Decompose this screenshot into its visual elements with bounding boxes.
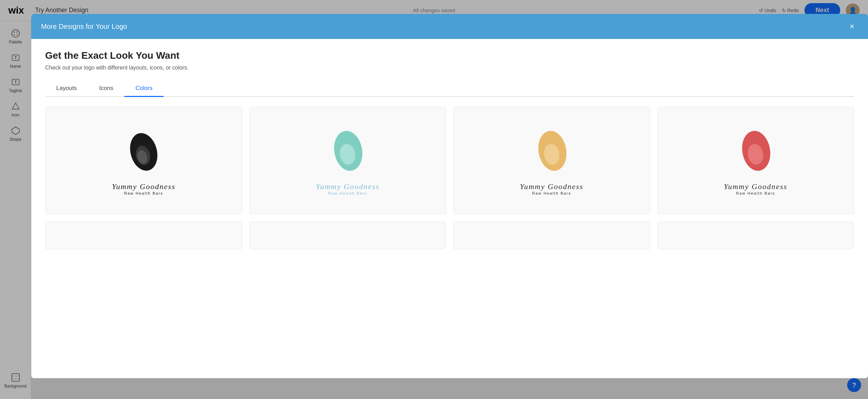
modal-main-title: Get the Exact Look You Want (45, 50, 854, 61)
brand-tagline-2: Raw Health Bars (316, 191, 379, 195)
logo-icon-3 (531, 126, 573, 178)
logo-icon-1 (123, 126, 165, 178)
brand-name-1: Yummy Goodness (112, 182, 175, 191)
logo-card-4[interactable]: Yummy Goodness Raw Health Bars (657, 107, 854, 214)
brand-tagline-3: Raw Health Bars (520, 191, 583, 195)
logo-card-2-inner: Yummy Goodness Raw Health Bars (250, 107, 446, 214)
brand-tagline-1: Raw Health Bars (112, 191, 175, 195)
brand-tagline-4: Raw Health Bars (724, 191, 787, 195)
logo-text-3: Yummy Goodness Raw Health Bars (520, 182, 583, 195)
tabs-container: Layouts Icons Colors (45, 81, 854, 97)
logo-card-4-inner: Yummy Goodness Raw Health Bars (658, 107, 854, 214)
modal-body: Get the Exact Look You Want Check out yo… (31, 39, 868, 378)
tab-colors[interactable]: Colors (124, 81, 164, 97)
logo-grid: Yummy Goodness Raw Health Bars Yummy Goo… (45, 107, 854, 249)
modal-header-title: More Designs for Your Logo (41, 23, 127, 31)
brand-name-3: Yummy Goodness (520, 182, 583, 191)
brand-name-4: Yummy Goodness (724, 182, 787, 191)
logo-text-4: Yummy Goodness Raw Health Bars (724, 182, 787, 195)
logo-card-1[interactable]: Yummy Goodness Raw Health Bars (45, 107, 242, 214)
logo-card-6[interactable] (249, 221, 446, 249)
logo-card-5[interactable] (45, 221, 242, 249)
logo-text-1: Yummy Goodness Raw Health Bars (112, 182, 175, 195)
logo-text-2: Yummy Goodness Raw Health Bars (316, 182, 379, 195)
logo-icon-2 (327, 126, 368, 178)
logo-card-7[interactable] (453, 221, 650, 249)
logo-card-2[interactable]: Yummy Goodness Raw Health Bars (249, 107, 446, 214)
modal-close-button[interactable]: × (846, 20, 858, 33)
modal-header: More Designs for Your Logo × (31, 14, 868, 39)
tab-icons[interactable]: Icons (88, 81, 125, 97)
modal-subtitle: Check out your logo with different layou… (45, 65, 854, 71)
logo-designs-modal: More Designs for Your Logo × Get the Exa… (31, 14, 868, 378)
brand-name-2: Yummy Goodness (316, 182, 379, 191)
tab-layouts[interactable]: Layouts (45, 81, 88, 97)
logo-card-8[interactable] (657, 221, 854, 249)
logo-card-1-inner: Yummy Goodness Raw Health Bars (45, 107, 242, 214)
logo-card-3-inner: Yummy Goodness Raw Health Bars (453, 107, 650, 214)
logo-icon-4 (735, 126, 776, 178)
logo-card-3[interactable]: Yummy Goodness Raw Health Bars (453, 107, 650, 214)
